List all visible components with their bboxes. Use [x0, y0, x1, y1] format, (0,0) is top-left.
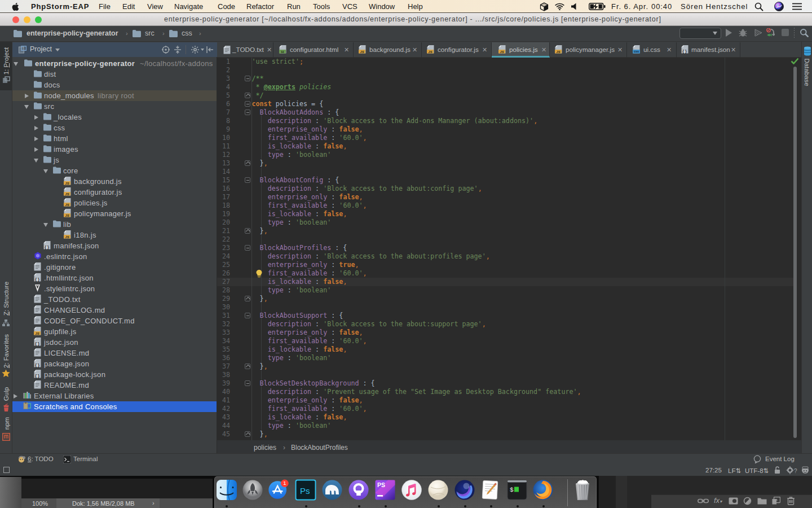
svg-text:PS: PS: [377, 481, 385, 488]
svg-text:1: 1: [283, 480, 286, 486]
svg-text:Ps: Ps: [300, 486, 310, 496]
svg-text:$: $: [510, 487, 514, 493]
svg-text:?: ?: [794, 468, 797, 474]
